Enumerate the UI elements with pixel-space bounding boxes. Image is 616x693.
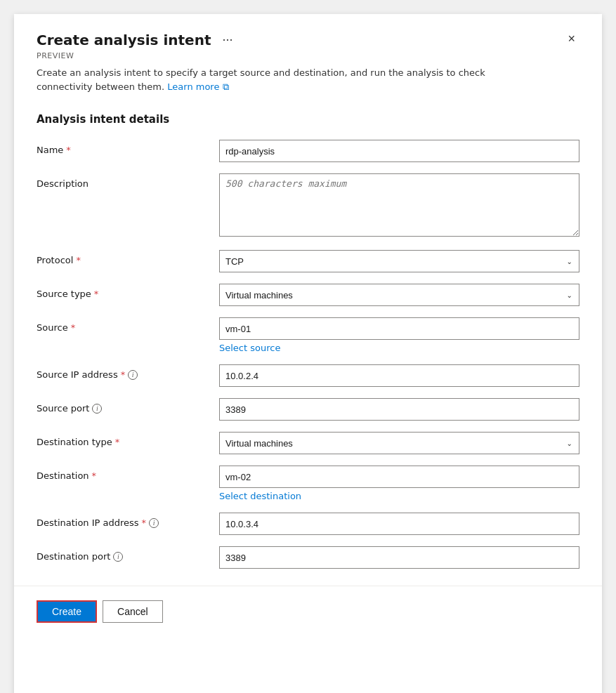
name-input[interactable]	[219, 140, 579, 162]
source-ip-input[interactable]	[219, 364, 579, 387]
source-ip-row: Source IP address * i	[37, 364, 579, 387]
source-type-control: Virtual machines IP address Subnet ⌄	[219, 284, 579, 306]
destination-ip-row: Destination IP address * i	[37, 513, 579, 535]
destination-port-info-icon[interactable]: i	[113, 552, 123, 562]
destination-input[interactable]	[219, 466, 579, 488]
destination-type-control: Virtual machines IP address Subnet ⌄	[219, 432, 579, 454]
source-label: Source *	[37, 317, 219, 333]
ellipsis-button[interactable]: ···	[218, 31, 237, 48]
source-type-select-wrap: Virtual machines IP address Subnet ⌄	[219, 284, 579, 306]
destination-type-row: Destination type * Virtual machines IP a…	[37, 432, 579, 454]
source-port-control	[219, 398, 579, 421]
select-destination-link[interactable]: Select destination	[219, 491, 579, 501]
select-source-link[interactable]: Select source	[219, 343, 579, 353]
destination-control: Select destination	[219, 466, 579, 501]
destination-ip-info-icon[interactable]: i	[149, 518, 159, 528]
description-label: Description	[37, 173, 219, 189]
description-control	[219, 173, 579, 239]
source-input[interactable]	[219, 317, 579, 340]
destination-row: Destination * Select destination	[37, 466, 579, 501]
footer-divider	[14, 586, 602, 586]
source-port-label: Source port i	[37, 398, 219, 414]
source-port-row: Source port i	[37, 398, 579, 421]
source-row: Source * Select source	[37, 317, 579, 353]
source-port-input[interactable]	[219, 398, 579, 421]
source-port-info-icon[interactable]: i	[92, 404, 102, 414]
panel-header: Create analysis intent ··· ×	[37, 31, 579, 48]
title-group: Create analysis intent ···	[37, 31, 237, 48]
panel-description: Create an analysis intent to specify a t…	[37, 66, 542, 93]
destination-type-select-wrap: Virtual machines IP address Subnet ⌄	[219, 432, 579, 454]
protocol-select-wrap: TCP UDP ICMP Any ⌄	[219, 250, 579, 272]
source-control: Select source	[219, 317, 579, 353]
destination-port-input[interactable]	[219, 546, 579, 569]
name-label: Name *	[37, 140, 219, 155]
protocol-control: TCP UDP ICMP Any ⌄	[219, 250, 579, 272]
protocol-select[interactable]: TCP UDP ICMP Any	[219, 250, 579, 272]
destination-type-select[interactable]: Virtual machines IP address Subnet	[219, 432, 579, 454]
destination-ip-input[interactable]	[219, 513, 579, 535]
name-row: Name *	[37, 140, 579, 162]
section-title: Analysis intent details	[37, 113, 579, 126]
panel-title: Create analysis intent	[37, 32, 211, 48]
destination-port-row: Destination port i	[37, 546, 579, 569]
destination-type-label: Destination type *	[37, 432, 219, 447]
description-row: Description	[37, 173, 579, 239]
protocol-row: Protocol * TCP UDP ICMP Any ⌄	[37, 250, 579, 272]
create-button[interactable]: Create	[37, 600, 97, 623]
learn-more-link[interactable]: Learn more ⧉	[167, 81, 228, 92]
footer: Create Cancel	[37, 600, 579, 640]
close-button[interactable]: ×	[563, 31, 579, 46]
description-textarea[interactable]	[219, 173, 579, 237]
source-type-row: Source type * Virtual machines IP addres…	[37, 284, 579, 306]
destination-ip-label: Destination IP address * i	[37, 513, 219, 528]
name-control	[219, 140, 579, 162]
source-ip-label: Source IP address * i	[37, 364, 219, 380]
source-ip-info-icon[interactable]: i	[128, 370, 138, 380]
destination-ip-control	[219, 513, 579, 535]
source-ip-control	[219, 364, 579, 387]
preview-badge: PREVIEW	[37, 51, 579, 60]
source-type-label: Source type *	[37, 284, 219, 299]
destination-label: Destination *	[37, 466, 219, 481]
destination-port-label: Destination port i	[37, 546, 219, 562]
source-type-select[interactable]: Virtual machines IP address Subnet	[219, 284, 579, 306]
create-analysis-intent-panel: Create analysis intent ··· × PREVIEW Cre…	[14, 14, 602, 693]
destination-port-control	[219, 546, 579, 569]
name-required: *	[66, 145, 71, 155]
protocol-label: Protocol *	[37, 250, 219, 265]
cancel-button[interactable]: Cancel	[103, 600, 163, 623]
